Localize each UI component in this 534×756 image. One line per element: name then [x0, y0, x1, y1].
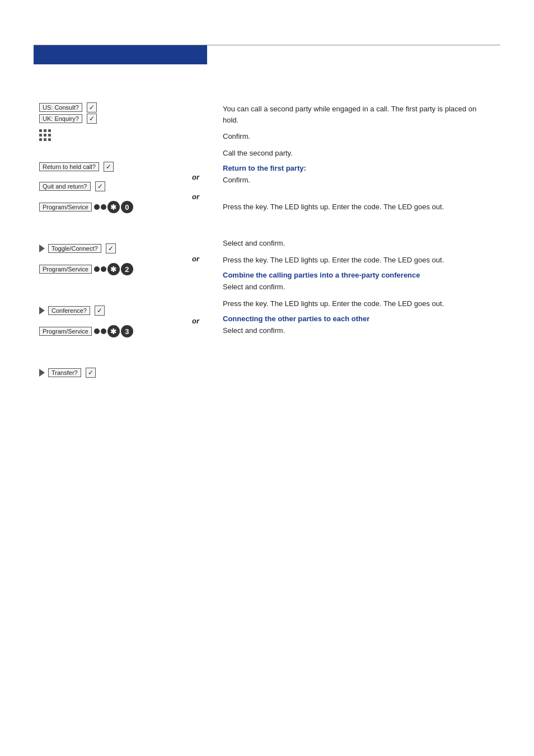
intro-text: You can call a second party while engage… — [223, 104, 489, 125]
main-layout: US: Consult? ✓ UK: Enquiry? ✓ — [34, 45, 500, 393]
transfer-label: Transfer? — [48, 368, 81, 377]
toggle-section: Toggle/Connect? ✓ or Program/Service ✱ 2 — [39, 243, 202, 275]
transfer-row: Transfer? ✓ — [39, 368, 202, 378]
uk-enquiry-row: UK: Enquiry? ✓ — [39, 114, 202, 124]
toggle-label: Toggle/Connect? — [48, 244, 101, 253]
or-1: or — [39, 173, 202, 181]
us-consult-check: ✓ — [87, 102, 97, 112]
confirm-text-1: Confirm. — [223, 131, 489, 142]
arrow-icon-1 — [39, 245, 45, 252]
prog-service-row-3: Program/Service ✱ 3 — [39, 325, 202, 337]
conference-section: Conference? ✓ or Program/Service ✱ 3 — [39, 306, 202, 337]
star-circle-2: ✱ — [107, 263, 120, 275]
page: US: Consult? ✓ UK: Enquiry? ✓ — [0, 0, 534, 756]
num-circle-0: 0 — [121, 201, 133, 213]
num-circle-2: 2 — [121, 263, 133, 275]
transfer-section: Transfer? ✓ — [39, 368, 202, 378]
transfer-check: ✓ — [86, 368, 96, 378]
toggle-check: ✓ — [106, 243, 116, 253]
uk-enquiry-check: ✓ — [87, 114, 97, 124]
arrow-icon-3 — [39, 369, 45, 377]
press-key-text-2: Press the key. The LED lights up. Enter … — [223, 255, 489, 266]
combine-heading: Combine the calling parties into a three… — [223, 271, 489, 279]
led-dot-5 — [94, 328, 100, 334]
right-column: You can call a second party while engage… — [207, 45, 500, 393]
prog-service-box-1: Program/Service — [39, 203, 92, 212]
led-dot-1 — [94, 204, 100, 210]
star-circle-3: ✱ — [107, 325, 120, 337]
led-dot-4 — [101, 266, 106, 272]
select-confirm-text-3: Select and confirm. — [223, 325, 489, 336]
return-held-label: Return to held call? — [39, 162, 99, 171]
quit-return-label: Quit and return? — [39, 182, 91, 191]
left-body: US: Consult? ✓ UK: Enquiry? ✓ — [34, 64, 207, 393]
confirm-text-2: Confirm. — [223, 175, 489, 186]
left-column: US: Consult? ✓ UK: Enquiry? ✓ — [34, 45, 207, 393]
toggle-row: Toggle/Connect? ✓ — [39, 243, 202, 253]
return-held-row: Return to held call? ✓ — [39, 162, 202, 172]
call-second-text: Call the second party. — [223, 148, 489, 159]
led-dot-3 — [94, 266, 100, 272]
arrow-icon-2 — [39, 307, 45, 314]
or-2: or — [39, 192, 202, 201]
or-3: or — [39, 255, 202, 263]
keypad-row — [39, 129, 202, 142]
return-first-heading: Return to the first party: — [223, 164, 489, 172]
keypad-icon — [39, 129, 51, 142]
led-dot-6 — [101, 328, 106, 334]
select-confirm-text-2: Select and confirm. — [223, 281, 489, 293]
star-circle-1: ✱ — [107, 201, 120, 213]
prog-service-row-2: Program/Service ✱ 2 — [39, 263, 202, 275]
led-dot-2 — [101, 204, 106, 210]
conference-row: Conference? ✓ — [39, 306, 202, 316]
return-held-check: ✓ — [104, 162, 114, 172]
uk-enquiry-label: UK: Enquiry? — [39, 114, 82, 123]
us-consult-label: US: Consult? — [39, 103, 82, 112]
press-key-text-1: Press the key. The LED lights up. Enter … — [223, 201, 489, 213]
consult-section: US: Consult? ✓ UK: Enquiry? ✓ — [39, 72, 202, 142]
select-confirm-text-1: Select and confirm. — [223, 238, 489, 249]
connecting-heading: Connecting the other parties to each oth… — [223, 314, 489, 323]
left-header-blue — [34, 45, 207, 64]
or-4: or — [39, 317, 202, 325]
return-section: Return to held call? ✓ or Quit and retur… — [39, 162, 202, 213]
quit-return-row: Quit and return? ✓ — [39, 181, 202, 191]
prog-service-box-2: Program/Service — [39, 265, 92, 274]
conference-check: ✓ — [95, 306, 105, 316]
prog-service-box-3: Program/Service — [39, 327, 92, 336]
num-circle-3: 3 — [121, 325, 133, 337]
press-key-text-3: Press the key. The LED lights up. Enter … — [223, 298, 489, 309]
prog-service-row-1: Program/Service ✱ 0 — [39, 201, 202, 213]
us-consult-row: US: Consult? ✓ — [39, 102, 202, 112]
conference-label: Conference? — [48, 306, 90, 315]
quit-return-check: ✓ — [95, 181, 105, 191]
